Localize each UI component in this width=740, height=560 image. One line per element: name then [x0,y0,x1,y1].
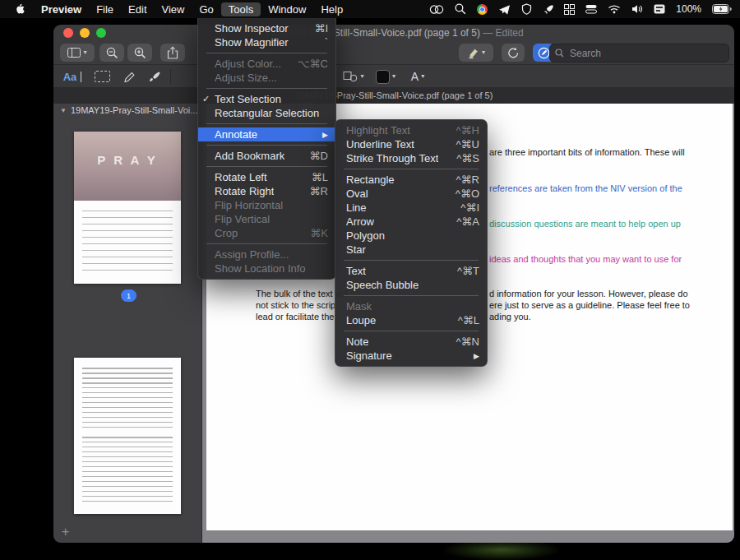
app-menu-preview[interactable]: Preview [34,2,89,16]
thumbnail-sidebar: ▼ 19MAY19-Pray-Still-Small-Voi... P R A … [53,104,202,543]
menu-separator [344,331,479,331]
shapes-icon [343,71,358,82]
menu-item-star[interactable]: Star [335,243,487,257]
border-color-well[interactable]: ▾ [374,68,397,85]
menu-edit[interactable]: Edit [121,2,154,16]
menu-view[interactable]: View [155,2,192,16]
toolbar-divider [170,69,171,84]
checkmark-icon: ✓ [202,94,215,104]
menu-item-speech-bubble[interactable]: Speech Bubble [335,278,487,292]
menu-item-oval[interactable]: Oval^⌘O [335,187,487,201]
doc-text-line: are three important bits of information.… [489,146,685,158]
shapes-tool[interactable]: ▾ [341,68,366,85]
text-selection-tool[interactable]: Aa [60,68,85,85]
chevron-down-icon: ▾ [482,49,485,56]
shield-icon[interactable] [521,3,532,15]
color-swatch-icon [376,70,390,84]
menu-item-line[interactable]: Line^⌘I [335,201,487,215]
rocket-icon[interactable] [543,4,553,15]
grid-icon[interactable] [564,4,575,15]
disclosure-triangle-icon: ▼ [60,107,67,114]
title-bar: 19MAY19-Pray-Still-Small-Voice.pdf (page… [53,25,734,41]
menu-bar-left: Preview File Edit View Go Tools Window H… [0,2,350,16]
highlight-tool-button[interactable]: ▾ [459,44,493,62]
search-input[interactable] [568,47,724,60]
page-thumbnail-2[interactable] [74,358,181,514]
annotate-submenu: Highlight Text^⌘H Underline Text^⌘U Stri… [335,119,488,367]
rectangular-selection-tool[interactable] [91,68,113,85]
document-tab-bar: 19MAY19-Pray-Still-Small-Voice.pdf (page… [53,87,734,104]
menu-separator [206,123,327,124]
wifi-icon[interactable] [608,4,621,14]
text-style-icon: A [411,70,419,83]
doc-text-line: d information for your lesson. However, … [489,288,688,299]
overlapping-circles-icon[interactable] [429,4,444,15]
menu-item-flip-vertical: Flip Vertical [198,212,335,226]
sidebar-toggle-button[interactable]: ▾ [60,44,95,62]
menu-item-arrow[interactable]: Arrow^⌘A [335,215,487,229]
markup-toolbar: Aa ▾ ▾ A ▾ [53,64,734,89]
menu-item-flip-horizontal: Flip Horizontal [198,198,335,212]
menu-window[interactable]: Window [261,2,313,16]
text-style-tool[interactable]: A ▾ [407,68,428,85]
input-source-icon[interactable] [654,4,665,14]
menu-item-signature[interactable]: Signature▶ [335,349,487,363]
chevron-down-icon: ▾ [421,73,424,80]
menu-separator [344,260,479,261]
menu-item-text-selection[interactable]: ✓Text Selection [198,92,335,106]
menu-file[interactable]: File [89,2,121,16]
spotlight-search-icon[interactable] [455,3,466,15]
cover-letters: P R A Y [74,153,181,167]
chrome-icon[interactable] [477,4,488,15]
menu-item-underline-text[interactable]: Underline Text^⌘U [335,137,487,151]
menu-item-loupe[interactable]: Loupe^⌘L [335,313,487,327]
menu-item-text[interactable]: Text^⌘T [335,264,487,278]
menu-item-mask: Mask [335,299,487,313]
menu-item-strike-through-text[interactable]: Strike Through Text^⌘S [335,151,487,165]
submenu-arrow-icon: ▶ [314,131,328,139]
thumbnail-text-lines [82,437,173,504]
apple-menu[interactable] [7,2,34,16]
menu-item-polygon[interactable]: Polygon [335,229,487,243]
menu-item-rotate-right[interactable]: Rotate Right⌘R [198,184,335,198]
control-center-icon[interactable] [585,4,597,14]
zoom-in-button[interactable] [127,44,152,62]
dashed-rectangle-icon [95,71,110,82]
tools-menu: Show Inspector⌘I Show Magnifier` Adjust … [197,18,336,280]
thumbnail-text-lines [82,368,173,430]
menu-item-rectangle[interactable]: Rectangle^⌘R [335,173,487,187]
menu-item-annotate[interactable]: Annotate▶ [198,127,335,141]
brush-icon [148,71,160,83]
zoom-out-button[interactable] [99,44,124,62]
doc-text-line: ideas and thoughts that you may want to … [489,253,682,265]
menu-item-note[interactable]: Note^⌘N [335,335,487,349]
rotate-left-icon [507,47,520,58]
menu-go[interactable]: Go [192,2,220,16]
sketch-tool[interactable] [144,68,164,85]
menu-item-rectangular-selection[interactable]: Rectangular Selection [198,106,335,120]
zoom-in-icon [134,47,146,59]
doc-text-line: ading you. [489,311,531,322]
menu-item-add-bookmark[interactable]: Add Bookmark⌘D [198,149,335,163]
rotate-button[interactable] [502,44,525,62]
menu-item-show-magnifier[interactable]: Show Magnifier` [198,35,335,49]
menu-item-adjust-color: Adjust Color...⌥⌘C [198,57,335,71]
chevron-down-icon: ▾ [83,49,86,56]
menu-tools[interactable]: Tools [221,2,261,16]
add-page-button[interactable]: + [62,525,69,539]
page-thumbnail-1[interactable]: P R A Y [74,132,181,284]
text-selection-icon: Aa [63,71,77,83]
doc-text-line: not stick to the scrip [256,299,335,311]
menu-help[interactable]: Help [313,2,350,16]
menu-separator [206,88,327,89]
battery-icon[interactable] [712,4,732,14]
menu-separator [344,295,479,296]
menu-item-rotate-left[interactable]: Rotate Left⌘L [198,170,335,184]
sidebar-section-header[interactable]: ▼ 19MAY19-Pray-Still-Small-Voi... [60,105,198,115]
volume-icon[interactable] [631,4,643,14]
draw-tool[interactable] [119,68,139,85]
search-field[interactable] [549,44,729,62]
menu-item-show-inspector[interactable]: Show Inspector⌘I [198,21,335,35]
share-button[interactable] [160,44,185,62]
telegram-icon[interactable] [498,4,511,15]
